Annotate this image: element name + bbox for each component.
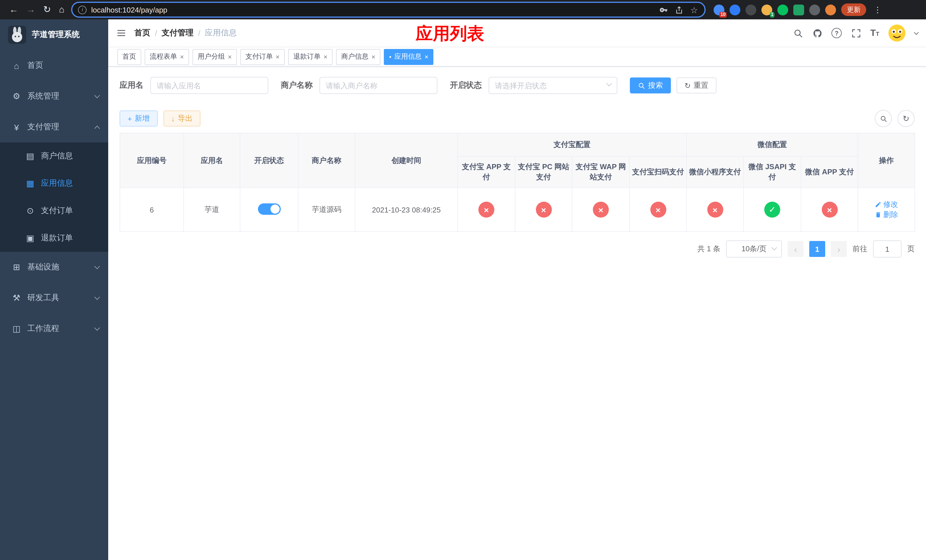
tab-flow-form[interactable]: 流程表单 ×	[145, 49, 189, 65]
search-icon[interactable]	[793, 28, 803, 38]
refresh-icon: ↻	[903, 114, 909, 123]
sidebar-item-devtools[interactable]: ⚒ 研发工具	[0, 283, 108, 313]
cell-actions: 修改删除	[858, 188, 915, 232]
sidebar-item-app-info[interactable]: ▦ 应用信息	[0, 170, 108, 197]
tab-pay-order[interactable]: 支付订单 ×	[240, 49, 285, 65]
goto-prefix: 前往	[853, 244, 867, 254]
tab-user-group[interactable]: 用户分组 ×	[192, 49, 237, 65]
total-count: 共 1 条	[698, 244, 720, 254]
close-icon[interactable]: ×	[275, 53, 280, 60]
font-size-icon[interactable]: TT	[870, 29, 879, 38]
status-toggle[interactable]	[258, 203, 280, 215]
close-icon[interactable]: ×	[371, 53, 375, 60]
avatar-dropdown-icon[interactable]	[914, 30, 919, 35]
site-info-icon[interactable]: i	[78, 5, 86, 14]
prev-page-button[interactable]: ‹	[788, 241, 803, 257]
share-icon[interactable]	[675, 5, 683, 14]
sidebar-item-system[interactable]: ⚙ 系统管理	[0, 81, 108, 112]
close-icon[interactable]: ×	[228, 53, 232, 60]
user-avatar[interactable]	[888, 24, 905, 42]
browser-home-button[interactable]: ⌂	[59, 5, 64, 14]
close-icon[interactable]: ×	[180, 53, 184, 60]
tab-refund-order[interactable]: 退款订单 ×	[288, 49, 333, 65]
extension-icon-2[interactable]	[729, 4, 740, 15]
url-bar[interactable]: i localhost:1024/pay/app ☆	[71, 2, 706, 18]
next-page-button[interactable]: ›	[831, 241, 847, 257]
goto-page-input[interactable]	[873, 241, 902, 257]
pencil-icon	[875, 201, 882, 208]
screen: ← → ↻ ⌂ i localhost:1024/pay/app ☆ 10 1 …	[0, 0, 926, 560]
extension-icon-4[interactable]: 1	[761, 4, 772, 15]
cell-alipay-wap: ×	[572, 188, 629, 232]
reset-button[interactable]: ↻ 重置	[676, 77, 716, 94]
browser-back-button[interactable]: ←	[9, 5, 18, 14]
active-dot-icon: ●	[389, 55, 391, 59]
tab-merchant-info[interactable]: 商户信息 ×	[336, 49, 380, 65]
merchant-name-input[interactable]	[319, 77, 437, 94]
order-icon: ⊙	[25, 206, 35, 216]
breadcrumb: 首页 / 支付管理 / 应用信息	[135, 28, 237, 38]
sidebar-item-merchant-info[interactable]: ▤ 商户信息	[0, 142, 108, 170]
tab-home[interactable]: 首页	[117, 49, 141, 65]
add-button[interactable]: + 新增	[120, 110, 157, 127]
status-select-input[interactable]	[489, 77, 617, 94]
col-created: 创建时间	[355, 133, 458, 188]
browser-update-button[interactable]: 更新	[841, 3, 866, 16]
browser-toolbar: ← → ↻ ⌂ i localhost:1024/pay/app ☆ 10 1 …	[0, 0, 926, 20]
cell-alipay-qr: ×	[629, 188, 687, 232]
toggle-search-button[interactable]	[875, 110, 892, 127]
browser-forward-button[interactable]: →	[26, 5, 35, 14]
bookmark-star-icon[interactable]: ☆	[690, 5, 699, 14]
breadcrumb-home[interactable]: 首页	[135, 28, 150, 38]
page-number-1[interactable]: 1	[809, 241, 825, 257]
page-size-select[interactable]: 10条/页	[726, 241, 782, 257]
extension-icon-7[interactable]	[809, 4, 820, 15]
tags-view-bar: 首页 流程表单 × 用户分组 × 支付订单 × 退款订单 ×	[108, 47, 926, 67]
sidebar-item-payment[interactable]: ¥ 支付管理	[0, 112, 108, 142]
sidebar-item-pay-order[interactable]: ⊙ 支付订单	[0, 197, 108, 224]
close-icon[interactable]: ×	[324, 53, 327, 60]
sidebar-item-refund-order[interactable]: ▣ 退款订单	[0, 224, 108, 252]
export-button[interactable]: ↓ 导出	[163, 110, 200, 127]
sidebar-item-infrastructure[interactable]: ⊞ 基础设施	[0, 252, 108, 283]
sidebar-item-home[interactable]: ⌂ 首页	[0, 50, 108, 81]
chevron-down-icon	[772, 245, 777, 250]
browser-menu-icon[interactable]: ⋮	[872, 5, 884, 14]
col-wx-mini: 微信小程序支付	[687, 156, 743, 188]
sidebar-item-workflow[interactable]: ◫ 工作流程	[0, 313, 108, 344]
edit-button[interactable]: 修改	[875, 200, 898, 210]
delete-button[interactable]: 删除	[875, 210, 898, 220]
server-icon: ⊞	[11, 262, 22, 272]
breadcrumb-payment[interactable]: 支付管理	[162, 28, 194, 38]
tab-label: 用户分组	[198, 52, 225, 62]
extension-icon-3[interactable]	[746, 4, 756, 15]
cell-app-id: 6	[120, 188, 184, 232]
table-right-tools: ↻	[875, 110, 915, 127]
breadcrumb-current: 应用信息	[205, 28, 237, 38]
tab-app-info[interactable]: ● 应用信息 ×	[384, 49, 434, 65]
fullscreen-icon[interactable]	[851, 28, 861, 38]
status-select[interactable]	[489, 77, 617, 94]
extension-icon-6[interactable]	[793, 4, 804, 15]
app-table: 应用编号 应用名 开启状态 商户名称 创建时间 支付宝配置 微信配置 操作 支付…	[120, 133, 915, 232]
refresh-icon: ↻	[684, 81, 691, 90]
group-wechat-config: 微信配置	[687, 133, 858, 156]
docs-question-icon[interactable]: ?	[831, 28, 842, 38]
yen-icon: ¥	[11, 122, 22, 132]
extension-icon-1[interactable]: 10	[714, 4, 725, 15]
app-name-input[interactable]	[150, 77, 268, 94]
github-icon[interactable]	[812, 28, 822, 38]
search-form: 应用名 商户名称 开启状态 搜索 ↻ 重置	[120, 77, 915, 94]
disabled-status-icon: ×	[650, 202, 666, 218]
browser-reload-button[interactable]: ↻	[43, 5, 51, 14]
sidebar-toggle-icon[interactable]	[108, 20, 135, 47]
extension-icon-8[interactable]	[825, 4, 836, 15]
sidebar-logo[interactable]: 芋道管理系统	[0, 20, 108, 50]
password-key-icon[interactable]	[660, 5, 668, 14]
url-text: localhost:1024/pay/app	[91, 5, 655, 14]
refresh-table-button[interactable]: ↻	[897, 110, 915, 127]
close-icon[interactable]: ×	[425, 53, 428, 60]
font-size-large: T	[870, 28, 876, 38]
extension-icon-5[interactable]	[777, 4, 788, 15]
search-button[interactable]: 搜索	[630, 77, 671, 94]
